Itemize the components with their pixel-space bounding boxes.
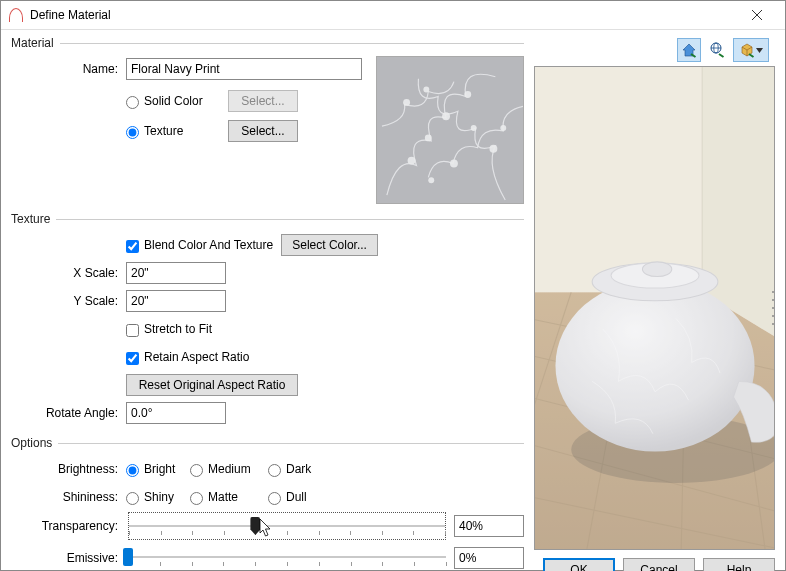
dull-label: Dull [286, 490, 307, 504]
texture-label: Texture [144, 124, 212, 138]
reset-aspect-button[interactable]: Reset Original Aspect Ratio [126, 374, 298, 396]
toolbar-globe-button[interactable] [705, 38, 729, 62]
texture-swatch [376, 56, 524, 204]
texture-legend: Texture [11, 212, 56, 226]
blend-checkbox[interactable] [126, 240, 139, 253]
svg-rect-34 [535, 67, 774, 549]
material-group: Material Name: Solid Color Select... [11, 36, 524, 208]
shiny-label: Shiny [144, 490, 190, 504]
shininess-label: Shininess: [11, 490, 126, 504]
cancel-button[interactable]: Cancel [623, 558, 695, 571]
dark-radio[interactable] [268, 464, 281, 477]
toolbar-home-button[interactable] [677, 38, 701, 62]
yscale-label: Y Scale: [11, 294, 126, 308]
solid-select-button[interactable]: Select... [228, 90, 298, 112]
bright-radio[interactable] [126, 464, 139, 477]
dialog-buttons: OK Cancel Help [534, 558, 775, 571]
emissive-label: Emissive: [11, 551, 126, 565]
chevron-down-icon [756, 48, 763, 53]
stretch-checkbox[interactable] [126, 324, 139, 337]
define-material-dialog: Define Material Material Name: [0, 0, 786, 571]
stretch-label: Stretch to Fit [144, 322, 212, 336]
texture-radio[interactable] [126, 126, 139, 139]
preview-resize-grip[interactable] [771, 288, 775, 328]
xscale-label: X Scale: [11, 266, 126, 280]
options-group: Options Brightness: Bright Medium Dark S… [11, 436, 524, 571]
name-label: Name: [11, 62, 126, 76]
blend-label: Blend Color And Texture [144, 238, 273, 252]
svg-point-3 [442, 112, 450, 120]
toolbar-box-dropdown[interactable] [733, 38, 769, 62]
yscale-input[interactable] [126, 290, 226, 312]
svg-point-7 [450, 160, 458, 168]
close-button[interactable] [737, 1, 777, 29]
svg-point-2 [425, 134, 432, 141]
shiny-radio[interactable] [126, 492, 139, 505]
material-legend: Material [11, 36, 60, 50]
matte-label: Matte [208, 490, 268, 504]
help-button[interactable]: Help [703, 558, 775, 571]
dull-radio[interactable] [268, 492, 281, 505]
titlebar: Define Material [1, 1, 785, 30]
dark-label: Dark [286, 462, 311, 476]
options-legend: Options [11, 436, 58, 450]
rotate-label: Rotate Angle: [11, 406, 126, 420]
retain-label: Retain Aspect Ratio [144, 350, 249, 364]
retain-checkbox[interactable] [126, 352, 139, 365]
solid-color-label: Solid Color [144, 94, 212, 108]
window-title: Define Material [30, 8, 737, 22]
svg-point-9 [403, 99, 410, 106]
app-icon [9, 8, 23, 22]
rotate-input[interactable] [126, 402, 226, 424]
texture-select-button[interactable]: Select... [228, 120, 298, 142]
bright-label: Bright [144, 462, 190, 476]
svg-point-8 [428, 177, 434, 183]
svg-point-5 [489, 145, 497, 153]
solid-color-radio[interactable] [126, 96, 139, 109]
medium-radio[interactable] [190, 464, 203, 477]
transparency-value[interactable] [454, 515, 524, 537]
ok-button[interactable]: OK [543, 558, 615, 571]
matte-radio[interactable] [190, 492, 203, 505]
svg-point-6 [471, 125, 477, 131]
transparency-label: Transparency: [11, 519, 126, 533]
transparency-slider[interactable] [128, 512, 446, 540]
texture-group: Texture Blend Color And Texture Select C… [11, 212, 524, 432]
emissive-value[interactable] [454, 547, 524, 569]
svg-point-4 [464, 91, 471, 98]
svg-point-1 [408, 157, 416, 165]
medium-label: Medium [208, 462, 268, 476]
emissive-slider[interactable] [128, 544, 446, 571]
svg-point-11 [500, 125, 506, 131]
preview-toolbar [534, 36, 775, 64]
xscale-input[interactable] [126, 262, 226, 284]
preview-panel[interactable] [534, 66, 775, 550]
name-input[interactable] [126, 58, 362, 80]
svg-point-10 [423, 87, 429, 93]
brightness-label: Brightness: [11, 462, 126, 476]
select-color-button[interactable]: Select Color... [281, 234, 378, 256]
